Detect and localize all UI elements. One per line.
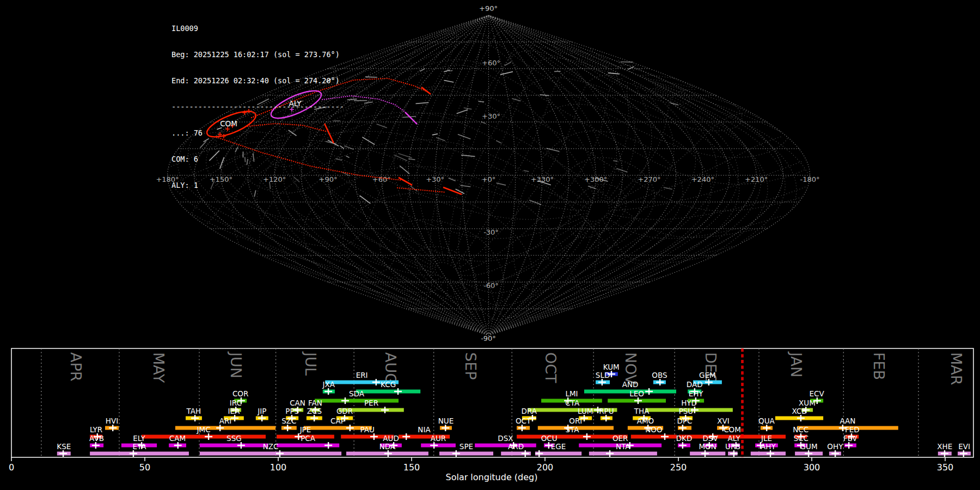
sporadic-meteor-streak (347, 99, 357, 100)
shower-code-label: CAN (290, 399, 305, 407)
shower-code-label: QUA (758, 416, 775, 425)
activity-bar (589, 452, 657, 456)
shower-nda: NDA (346, 442, 428, 457)
shower-code-label: ETA (132, 442, 146, 451)
max-activity-cross (645, 388, 653, 395)
shower-code-label: EGE (551, 442, 566, 451)
max-activity-cross (370, 433, 378, 440)
shower-code-label: XHE (937, 442, 952, 451)
shower-szc: SZC (281, 416, 297, 431)
equator-longitude-label: +270° (638, 175, 660, 183)
shower-code-label: DAD (687, 380, 703, 389)
max-activity-cross (518, 425, 526, 431)
shower-bars: KUMERISLDOBSGEMJXAKCGANDDADCORSDALMILEOE… (57, 363, 971, 457)
shower-code-label: FAN (308, 399, 322, 407)
x-tick-label: 200 (537, 462, 554, 473)
shower-code-label: HVI (106, 416, 118, 425)
equator-longitude-label: +240° (691, 175, 714, 183)
shower-code-label: THA (634, 407, 650, 415)
sporadic-meteor-streak (420, 69, 425, 71)
max-activity-cross (763, 425, 770, 431)
x-tick-label: 300 (804, 462, 820, 473)
shower-code-label: PPS (285, 407, 299, 415)
month-label: SEP (462, 352, 479, 379)
shower-dkd: DKD (676, 434, 693, 449)
shower-code-label: ERI (356, 371, 368, 379)
shower-code-label: FEV (843, 434, 857, 443)
x-tick-label: 350 (937, 462, 954, 473)
shower-obs: OBS (652, 371, 667, 385)
max-activity-cross (258, 415, 266, 421)
shower-meteor-streak (421, 87, 431, 94)
shower-code-label: LUM (578, 407, 593, 415)
max-activity-cross (634, 397, 642, 404)
shower-code-label: LEO (629, 389, 644, 398)
month-label: JUL (302, 351, 319, 376)
shower-code-label: AUR (431, 434, 446, 443)
max-activity-cross (661, 433, 669, 440)
max-activity-cross (346, 425, 354, 431)
max-activity-cross (92, 442, 100, 449)
sporadic-meteor-streak (400, 166, 409, 174)
sporadic-meteor-streak (464, 108, 472, 109)
max-activity-cross (522, 450, 529, 457)
sporadic-meteor-streak (362, 137, 375, 145)
x-tick-label: 150 (403, 462, 420, 473)
sporadic-meteor-streak (621, 62, 633, 63)
max-activity-cross (679, 442, 687, 449)
max-activity-cross (402, 433, 410, 440)
month-label: MAR (948, 352, 965, 385)
shower-code-label: CAP (330, 416, 345, 425)
max-activity-cross (276, 450, 284, 457)
shower-code-label: XVI (717, 416, 729, 425)
shower-code-label: KSE (57, 442, 71, 451)
latitude-label: +30° (482, 112, 500, 120)
com-count: COM: 6 (171, 155, 344, 163)
shower-code-label: PSU (679, 407, 694, 415)
end-time-line: End: 20251226 02:32:40 (sol = 274.20°) (171, 76, 344, 85)
max-activity-cross (341, 397, 349, 404)
month-label: FEB (871, 352, 887, 380)
shower-code-label: NDA (379, 442, 396, 451)
shower-code-label: ELY (133, 434, 145, 443)
latitude-label: -30° (483, 228, 499, 236)
max-activity-cross (174, 442, 182, 449)
shower-code-label: RPU (599, 407, 614, 415)
observation-info-panel: IL0009 Beg: 20251225 16:02:17 (sol = 273… (171, 7, 344, 207)
shower-xcb: XCB (775, 407, 823, 421)
south-pole-label: -90° (481, 334, 496, 342)
shower-code-label: XCB (792, 407, 806, 415)
month-label: JAN (788, 351, 805, 377)
max-activity-cross (960, 450, 967, 457)
x-tick-label: 100 (270, 462, 287, 473)
shower-code-label: LMI (565, 389, 578, 398)
shower-code-label: NZC (263, 442, 279, 451)
shower-code-label: KCG (381, 380, 396, 389)
shower-code-label: NCC (793, 425, 808, 434)
equator-longitude-label: +0° (482, 175, 496, 183)
max-activity-cross (324, 442, 332, 449)
shower-code-label: JPE (299, 425, 311, 434)
shower-evi: EVI (958, 442, 971, 457)
shower-code-label: GEM (699, 371, 716, 379)
shower-qua: QUA (758, 416, 775, 431)
max-activity-cross (191, 415, 199, 421)
max-activity-cross (324, 388, 332, 395)
shower-code-label: COR (232, 389, 248, 398)
shower-code-label: KUM (603, 363, 620, 371)
shower-code-label: AVB (89, 434, 104, 443)
sporadic-meteor-streak (360, 195, 370, 203)
sporadic-meteor-streak (613, 161, 617, 161)
sporadic-meteor-streak (524, 170, 529, 171)
sporadic-meteor-streak (616, 168, 627, 172)
shower-code-label: CTA (565, 399, 580, 407)
max-activity-cross (598, 379, 606, 385)
shower-jip: JIP (256, 407, 268, 421)
shower-avb: AVB (89, 434, 104, 449)
sporadic-meteor-streak (664, 187, 672, 189)
shower-mon: MON (690, 442, 725, 457)
shower-code-label: EVI (958, 442, 970, 451)
sporadic-meteor-streak (411, 186, 418, 192)
sporadic-meteor-streak (432, 134, 438, 135)
max-activity-cross (205, 433, 212, 440)
